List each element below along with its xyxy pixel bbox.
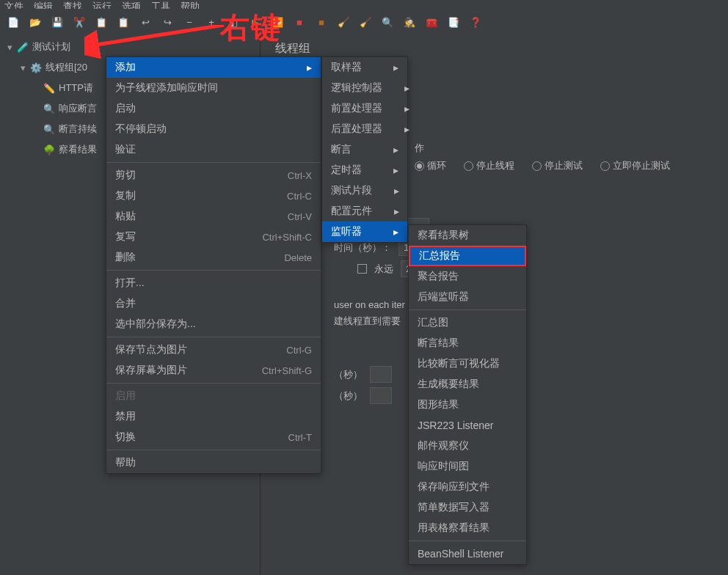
menu-item-label: 选中部分保存为...: [115, 318, 196, 331]
magnifier-icon: 🔍: [43, 124, 56, 135]
menubar-item[interactable]: 运行: [92, 0, 112, 9]
menu-item[interactable]: 前置处理器▸: [322, 98, 407, 119]
menu-item[interactable]: 合并: [106, 293, 321, 314]
menubar-item[interactable]: 帮助: [181, 0, 200, 9]
menu-item[interactable]: 添加▸: [106, 57, 321, 78]
submenu-add[interactable]: 取样器▸逻辑控制器▸前置处理器▸后置处理器▸断言▸定时器▸测试片段▸配置元件▸监…: [321, 56, 408, 243]
menu-item[interactable]: BeanShell Listener: [409, 543, 526, 564]
submenu-listener[interactable]: 察看结果树汇总报告聚合报告后端监听器汇总图断言结果比较断言可视化器生成概要结果图…: [408, 224, 527, 565]
open-folder-icon[interactable]: 📂: [28, 15, 43, 29]
tree-label: HTTP请: [59, 81, 93, 95]
menu-item[interactable]: 测试片段▸: [322, 180, 407, 201]
stop-icon[interactable]: ■: [292, 15, 307, 29]
menu-item[interactable]: 察看结果树: [409, 225, 526, 246]
menu-item[interactable]: 不停顿启动: [106, 119, 321, 139]
menu-item[interactable]: 配置元件▸: [322, 201, 407, 221]
menu-item[interactable]: 打开...: [106, 273, 321, 293]
menu-item[interactable]: 粘贴Ctrl-V: [106, 206, 321, 227]
submenu-arrow-icon: ▸: [393, 164, 398, 176]
menubar-item[interactable]: 选项: [122, 0, 141, 9]
submenu-arrow-icon: ▸: [394, 205, 399, 217]
menu-item-label: 添加: [115, 61, 136, 74]
menu-item[interactable]: 邮件观察仪: [409, 436, 526, 456]
menubar-item[interactable]: 查找: [63, 0, 82, 9]
menu-item[interactable]: 断言结果: [409, 333, 526, 354]
clear-all-icon[interactable]: 🧹: [358, 15, 373, 29]
menu-item[interactable]: JSR223 Listener: [409, 415, 526, 436]
menu-item[interactable]: 保存节点为图片Ctrl-G: [106, 340, 321, 360]
functions-icon[interactable]: 🧰: [424, 15, 439, 29]
zoom-out-icon[interactable]: −: [182, 15, 197, 29]
menu-item-label: 为子线程添加响应时间: [115, 81, 218, 95]
menu-item[interactable]: 图形结果: [409, 395, 526, 415]
clear-icon[interactable]: 🧹: [336, 15, 351, 29]
menu-item[interactable]: 比较断言可视化器: [409, 354, 526, 374]
menu-item[interactable]: 汇总报告: [409, 246, 526, 266]
menubar-item[interactable]: 文件: [4, 0, 23, 9]
radio-stop-thread[interactable]: 停止线程: [464, 159, 514, 172]
pencil-icon: ✏️: [43, 83, 56, 94]
menu-item[interactable]: 用表格察看结果: [409, 518, 526, 538]
report-icon[interactable]: 📑: [446, 15, 461, 29]
undo-icon[interactable]: ↩: [138, 15, 153, 29]
action-label: 作: [415, 142, 424, 155]
menu-item[interactable]: 后端监听器: [409, 287, 526, 307]
radio-stop-now[interactable]: 立即停止测试: [600, 159, 670, 172]
input-seconds2[interactable]: [370, 387, 392, 404]
menu-item[interactable]: 帮助: [106, 453, 321, 473]
submenu-arrow-icon: ▸: [394, 185, 399, 197]
menu-item[interactable]: 验证: [106, 139, 321, 160]
menu-item[interactable]: 删除Delete: [106, 247, 321, 268]
menubar-item[interactable]: 工具: [151, 0, 170, 9]
menu-item[interactable]: 保存屏幕为图片Ctrl+Shift-G: [106, 360, 321, 381]
menu-item[interactable]: 后置处理器▸: [322, 119, 407, 139]
paste-icon[interactable]: 📋: [116, 15, 131, 29]
toolbar[interactable]: 📄 📂 💾 ✂️ 📋 📋 ↩ ↪ − + ◧ ▶ ⏩ ■ ■ 🧹 🧹 🔍 🕵️ …: [0, 9, 728, 35]
copy-icon[interactable]: 📋: [94, 15, 109, 29]
chevron-down-icon[interactable]: ▾: [18, 62, 28, 73]
find-icon[interactable]: 🕵️: [402, 15, 417, 29]
save-icon[interactable]: 💾: [50, 15, 65, 29]
shortcut-text: Ctrl-T: [288, 432, 313, 443]
menu-item[interactable]: 定时器▸: [322, 160, 407, 180]
menu-item[interactable]: 生成概要结果: [409, 374, 526, 395]
redo-icon[interactable]: ↪: [160, 15, 175, 29]
submenu-arrow-icon: ▸: [393, 226, 398, 238]
zoom-in-icon[interactable]: +: [204, 15, 219, 29]
flask-icon: 🧪: [16, 42, 29, 53]
menu-item-label: 打开...: [115, 276, 145, 290]
input-seconds1[interactable]: [370, 366, 392, 383]
help-icon[interactable]: ❓: [468, 15, 483, 29]
context-menu-main[interactable]: 添加▸为子线程添加响应时间启动不停顿启动验证剪切Ctrl-X复制Ctrl-C粘贴…: [106, 56, 321, 474]
menu-item[interactable]: 响应时间图: [409, 456, 526, 477]
menu-item[interactable]: 切换Ctrl-T: [106, 427, 321, 447]
submenu-arrow-icon: ▸: [404, 123, 410, 135]
menu-item[interactable]: 选中部分保存为...: [106, 314, 321, 334]
menu-item[interactable]: 复写Ctrl+Shift-C: [106, 227, 321, 247]
menu-item[interactable]: 复制Ctrl-C: [106, 186, 321, 206]
menu-item-label: 剪切: [115, 169, 136, 182]
menu-item[interactable]: 剪切Ctrl-X: [106, 165, 321, 186]
forever-checkbox[interactable]: [357, 264, 367, 274]
menubar-item[interactable]: 编辑: [34, 0, 53, 9]
menu-item[interactable]: 聚合报告: [409, 266, 526, 287]
menu-item[interactable]: 监听器▸: [322, 221, 407, 242]
cut-icon[interactable]: ✂️: [72, 15, 87, 29]
menu-item[interactable]: 保存响应到文件: [409, 477, 526, 497]
menu-item[interactable]: 取样器▸: [322, 57, 407, 78]
menu-item[interactable]: 简单数据写入器: [409, 497, 526, 518]
menu-item[interactable]: 断言▸: [322, 139, 407, 160]
search-icon[interactable]: 🔍: [380, 15, 395, 29]
radio-continue[interactable]: 循环: [415, 159, 446, 172]
menu-bar[interactable]: 文件编辑查找运行选项工具帮助: [0, 0, 728, 9]
menu-item[interactable]: 逻辑控制器▸: [322, 78, 407, 98]
menu-item-label: BeanShell Listener: [418, 548, 504, 560]
chevron-down-icon[interactable]: ▾: [4, 42, 15, 53]
menu-item[interactable]: 禁用: [106, 406, 321, 427]
menu-item[interactable]: 启动: [106, 98, 321, 119]
shutdown-icon[interactable]: ■: [314, 15, 329, 29]
radio-stop-test[interactable]: 停止测试: [532, 159, 583, 172]
menu-item[interactable]: 汇总图: [409, 312, 526, 333]
menu-item[interactable]: 为子线程添加响应时间: [106, 78, 321, 98]
new-file-icon[interactable]: 📄: [6, 15, 21, 29]
